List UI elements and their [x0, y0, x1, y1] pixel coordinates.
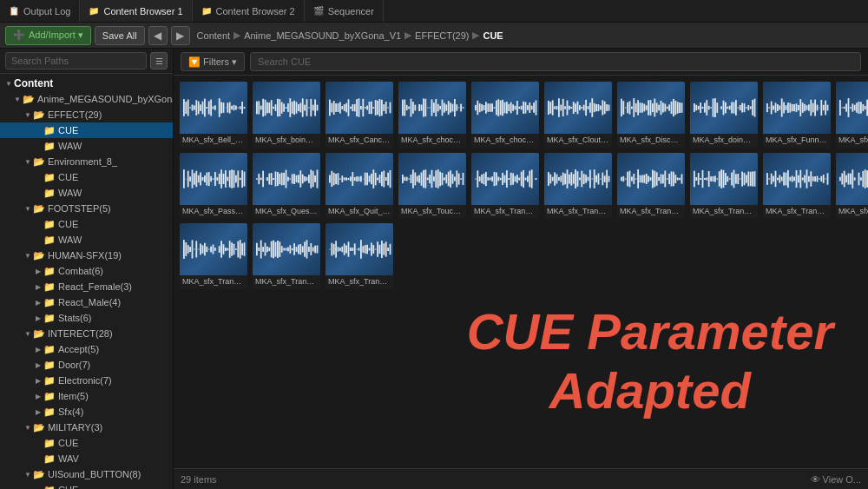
svg-rect-189 — [640, 102, 641, 113]
svg-rect-498 — [439, 171, 441, 186]
svg-rect-575 — [631, 176, 633, 181]
asset-item[interactable]: MKA_sfx_Transition10_Cue — [252, 222, 321, 290]
svg-rect-584 — [650, 177, 652, 181]
svg-rect-164 — [577, 102, 579, 115]
save-all-button[interactable]: Save All — [95, 26, 145, 45]
sidebar-item-item[interactable]: ▶ 📁 Item(5) — [0, 388, 173, 404]
sidebar-view-btn[interactable]: ☰ — [150, 52, 168, 69]
svg-rect-536 — [529, 170, 530, 187]
tab-content-browser-2[interactable]: 📁 Content Browser 2 — [193, 0, 305, 22]
sidebar-item-ui-cue[interactable]: 📁 CUE — [0, 482, 173, 489]
asset-item[interactable]: MKA_sfx_Transition04_Cue — [762, 152, 832, 220]
svg-rect-461 — [352, 172, 353, 186]
sidebar-item-mil-cue[interactable]: 📁 CUE — [0, 435, 173, 451]
svg-rect-585 — [652, 169, 654, 188]
breadcrumb-effect[interactable]: EFFECT(29) — [415, 30, 469, 41]
content-area: 🔽 Filters ▾ MKA_sfx_Bell_CueMKA_sfx_boin… — [174, 49, 868, 489]
sidebar-item-uisound[interactable]: ▼ 📂 UISound_BUTTON(8) — [0, 466, 173, 482]
tab-output-log[interactable]: 📋 Output Log — [0, 0, 80, 22]
sidebar-item-waw-1[interactable]: 📁 WAW — [0, 138, 173, 154]
view-button[interactable]: 👁 View O... — [811, 474, 861, 485]
tab-sequencer[interactable]: 🎬 Sequencer — [305, 0, 384, 22]
sidebar-item-interect[interactable]: ▼ 📂 INTERECT(28) — [0, 326, 173, 341]
asset-item[interactable]: MKA_sfx_Funnyloose_Cue — [762, 81, 832, 149]
add-import-button[interactable]: ➕ Add/Import ▾ — [5, 26, 91, 45]
asset-thumbnail — [253, 82, 321, 134]
asset-item[interactable]: MKA_sfx_boing_Cue — [252, 81, 321, 149]
asset-item[interactable]: MKA_sfx_Gif_Cue — [835, 81, 868, 149]
asset-item[interactable]: MKA_sfx_Transition00_Cue — [470, 152, 540, 220]
svg-rect-449 — [317, 169, 319, 188]
breadcrumb-megasound[interactable]: Anime_MEGASOUND_byXGona_V1 — [244, 30, 401, 41]
sidebar-item-human-sfx[interactable]: ▼ 📂 HUMAN-SFX(19) — [0, 248, 173, 263]
filter-button[interactable]: 🔽 Filters ▾ — [181, 52, 245, 71]
svg-rect-406 — [216, 177, 218, 181]
svg-rect-508 — [460, 178, 462, 179]
sidebar-item-door[interactable]: ▶ 📁 Door(7) — [0, 357, 173, 373]
svg-rect-798 — [220, 241, 222, 258]
svg-rect-601 — [695, 177, 697, 181]
asset-item[interactable]: MKA_sfx_Question_Cue — [252, 152, 321, 220]
asset-item[interactable]: MKA_sfx_Transition09_Cue — [179, 222, 248, 290]
sidebar-item-sfx[interactable]: ▶ 📁 Sfx(4) — [0, 404, 173, 420]
react-male-icon: 📁 — [43, 297, 56, 308]
sidebar-item-stats[interactable]: ▶ 📁 Stats(6) — [0, 310, 173, 326]
svg-rect-230 — [735, 100, 737, 116]
sidebar-item-footstep[interactable]: ▼ 📂 FOOTSTEP(5) — [0, 201, 173, 216]
svg-rect-670 — [860, 177, 862, 181]
svg-rect-238 — [752, 100, 753, 116]
sidebar-item-megasound[interactable]: ▼ 📂 Anime_MEGASOUND_byXGona_V1 — [0, 91, 173, 107]
svg-rect-197 — [656, 102, 658, 112]
sidebar-item-effect[interactable]: ▼ 📂 EFFECT(29) — [0, 107, 173, 122]
sidebar-item-accept[interactable]: ▶ 📁 Accept(5) — [0, 341, 173, 357]
asset-item[interactable]: MKA_sfx_doing_Cue — [689, 81, 759, 149]
sidebar-root-content[interactable]: ▼ Content — [0, 76, 173, 91]
electronic-label: Electronic(7) — [58, 375, 169, 386]
sidebar-item-foot-waw[interactable]: 📁 WAW — [0, 232, 173, 248]
asset-item[interactable]: MKA_sfx_chocked1_Cue — [398, 81, 467, 149]
asset-item[interactable]: MKA_sfx_Transition11_Cue — [325, 222, 394, 290]
asset-item[interactable]: MKA_sfx_chocked2_Cue — [470, 81, 540, 149]
breadcrumb-content[interactable]: Content — [197, 30, 231, 41]
sidebar-item-military[interactable]: ▼ 📂 MILITARY(3) — [0, 420, 173, 435]
svg-rect-660 — [839, 176, 841, 181]
sidebar-item-react-male[interactable]: ▶ 📁 React_Male(4) — [0, 294, 173, 310]
back-button[interactable]: ◀ — [148, 26, 168, 45]
sidebar-item-cue-selected[interactable]: 📁 CUE — [0, 122, 173, 138]
asset-thumbnail — [326, 223, 394, 275]
svg-rect-550 — [569, 174, 570, 183]
tab-content-browser-1[interactable]: 📁 Content Browser 1 — [80, 0, 192, 22]
svg-rect-253 — [793, 104, 795, 111]
sidebar-item-mil-wav[interactable]: 📁 WAV — [0, 451, 173, 466]
search-paths-input[interactable] — [5, 52, 147, 69]
svg-rect-416 — [237, 170, 239, 187]
asset-item[interactable]: MKA_sfx_Clouth_Cue — [543, 81, 613, 149]
svg-rect-790 — [204, 243, 206, 256]
sidebar-item-foot-cue[interactable]: 📁 CUE — [0, 216, 173, 232]
sidebar-item-combat[interactable]: ▶ 📁 Combat(6) — [0, 263, 173, 279]
asset-item[interactable]: MKA_sfx_TouchMyHeart+sfx Cue — [398, 152, 467, 220]
mil-cue-label: CUE — [58, 438, 169, 448]
asset-item[interactable]: MKA_sfx_Passengers_Cue — [179, 152, 248, 220]
svg-rect-812 — [260, 241, 262, 259]
svg-rect-66 — [341, 106, 343, 109]
asset-item[interactable]: MKA_sfx_Bell_Cue — [179, 81, 248, 149]
content-search-input[interactable] — [250, 52, 861, 71]
asset-item[interactable]: MKA_sfx_Quit_Cue — [325, 152, 394, 220]
svg-rect-441 — [299, 170, 301, 187]
svg-rect-467 — [365, 172, 366, 185]
svg-rect-272 — [844, 107, 845, 109]
sidebar-item-environment[interactable]: ▼ 📂 Environment_8_ — [0, 154, 173, 169]
asset-item[interactable]: MKA_sfx_Transition03_Cue — [689, 152, 759, 220]
asset-item[interactable]: MKA_sfx_Transition02_Cue — [616, 152, 686, 220]
asset-item[interactable]: MKA_sfx_Transition05_Cue — [835, 152, 868, 220]
forward-button[interactable]: ▶ — [171, 26, 190, 45]
asset-item[interactable]: MKA_sfx_Transition01_Cue — [543, 152, 613, 220]
sidebar-item-env-cue[interactable]: 📁 CUE — [0, 169, 173, 185]
sidebar-item-react-female[interactable]: ▶ 📁 React_Female(3) — [0, 279, 173, 294]
svg-rect-81 — [372, 107, 374, 109]
asset-item[interactable]: MKA_sfx_Cancel_Cue — [325, 81, 394, 149]
sidebar-item-electronic[interactable]: ▶ 📁 Electronic(7) — [0, 373, 173, 388]
asset-item[interactable]: MKA_sfx_Discover_Cue — [616, 81, 686, 149]
sidebar-item-env-waw[interactable]: 📁 WAW — [0, 185, 173, 201]
